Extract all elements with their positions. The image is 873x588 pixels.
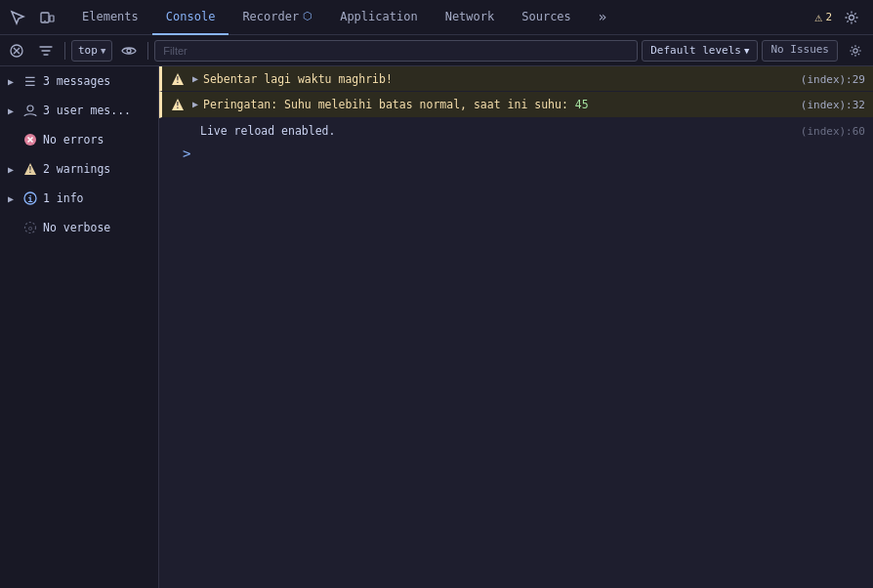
tab-application[interactable]: Application [326, 0, 431, 35]
all-messages-icon: ☰ [22, 73, 38, 89]
warning-icon: ! [22, 161, 38, 177]
eye-icon[interactable] [116, 38, 142, 63]
tab-console[interactable]: Console [152, 0, 229, 35]
sidebar-item-verbose[interactable]: ▶ ⚙ No verbose [0, 213, 158, 242]
svg-text:!: ! [28, 166, 33, 175]
sidebar-item-all-messages[interactable]: ▶ ☰ 3 messages [0, 66, 158, 96]
svg-point-5 [127, 49, 131, 53]
console-message-3: Live reload enabled. [200, 121, 793, 140]
chevron-right-icon: ▶ [8, 105, 18, 116]
console-expand-indicator[interactable]: > [159, 144, 873, 163]
info-icon: i [22, 190, 38, 206]
svg-point-2 [44, 20, 46, 21]
warning-row-icon-1: ! [170, 71, 186, 87]
svg-text:i: i [27, 194, 33, 204]
expand-icon-2[interactable]: ▶ [189, 98, 201, 109]
chevron-right-icon: ▶ [8, 193, 18, 204]
console-settings-icon[interactable] [842, 37, 869, 64]
main-area: ▶ ☰ 3 messages ▶ 3 user mes... ▶ No [0, 66, 873, 588]
log-row-spacer [167, 123, 183, 139]
settings-button[interactable] [838, 4, 865, 31]
no-issues-button[interactable]: No Issues [762, 40, 838, 62]
svg-text:!: ! [176, 102, 181, 110]
console-message-1: Sebentar lagi waktu maghrib! [203, 69, 793, 88]
error-icon [22, 132, 38, 147]
source-link-3[interactable]: (index):60 [801, 121, 865, 138]
devtools-icons [4, 4, 61, 31]
context-selector[interactable]: top ▼ [71, 40, 112, 62]
tab-right-actions: ⚠ 2 [815, 4, 869, 31]
tab-sources[interactable]: Sources [508, 0, 585, 35]
tab-network[interactable]: Network [432, 0, 509, 35]
sidebar-item-user-messages[interactable]: ▶ 3 user mes... [0, 96, 158, 125]
chevron-right-icon: ▶ [8, 76, 18, 87]
svg-point-3 [850, 15, 854, 20]
console-row-log-1[interactable]: ▶ Live reload enabled. (index):60 [159, 118, 873, 144]
svg-point-7 [27, 105, 33, 111]
svg-rect-1 [50, 16, 54, 21]
svg-point-6 [853, 48, 857, 52]
chevron-right-icon: ▶ [8, 164, 18, 175]
levels-button[interactable]: Default levels ▼ [642, 40, 758, 62]
warning-row-icon-2: ! [170, 97, 186, 112]
toolbar-divider-1 [64, 42, 65, 60]
tab-elements[interactable]: Elements [68, 0, 152, 35]
source-link-1[interactable]: (index):29 [801, 69, 865, 86]
source-link-2[interactable]: (index):32 [801, 95, 865, 111]
console-row-warning-1[interactable]: ! ▶ Sebentar lagi waktu maghrib! (index)… [159, 66, 873, 92]
tab-recorder[interactable]: Recorder ⬡ [229, 0, 326, 35]
sidebar-item-info[interactable]: ▶ i 1 info [0, 184, 158, 213]
tab-bar: Elements Console Recorder ⬡ Application … [0, 0, 873, 35]
warning-badge: ⚠ 2 [815, 10, 832, 24]
toolbar-divider-2 [147, 42, 148, 60]
device-toggle-icon[interactable] [33, 4, 61, 31]
svg-text:⚙: ⚙ [28, 225, 33, 232]
verbose-icon: ⚙ [22, 220, 38, 235]
filter-input[interactable] [154, 40, 638, 62]
user-messages-icon [22, 103, 38, 118]
sidebar-item-warnings[interactable]: ▶ ! 2 warnings [0, 154, 158, 184]
inspect-icon[interactable] [4, 4, 31, 31]
console-message-2: Peringatan: Suhu melebihi batas normal, … [203, 95, 793, 113]
tab-more[interactable]: » [585, 0, 620, 35]
svg-text:!: ! [176, 76, 181, 85]
console-row-warning-2[interactable]: ! ▶ Peringatan: Suhu melebihi batas norm… [159, 92, 873, 117]
expand-icon-1[interactable]: ▶ [189, 72, 201, 84]
sidebar-item-errors[interactable]: ▶ No errors [0, 125, 158, 154]
sidebar: ▶ ☰ 3 messages ▶ 3 user mes... ▶ No [0, 66, 159, 588]
console-toolbar: top ▼ Default levels ▼ No Issues [0, 35, 873, 66]
filter-toggle-icon[interactable] [33, 38, 59, 63]
clear-console-icon[interactable] [4, 38, 29, 63]
console-output[interactable]: ! ▶ Sebentar lagi waktu maghrib! (index)… [159, 66, 873, 588]
